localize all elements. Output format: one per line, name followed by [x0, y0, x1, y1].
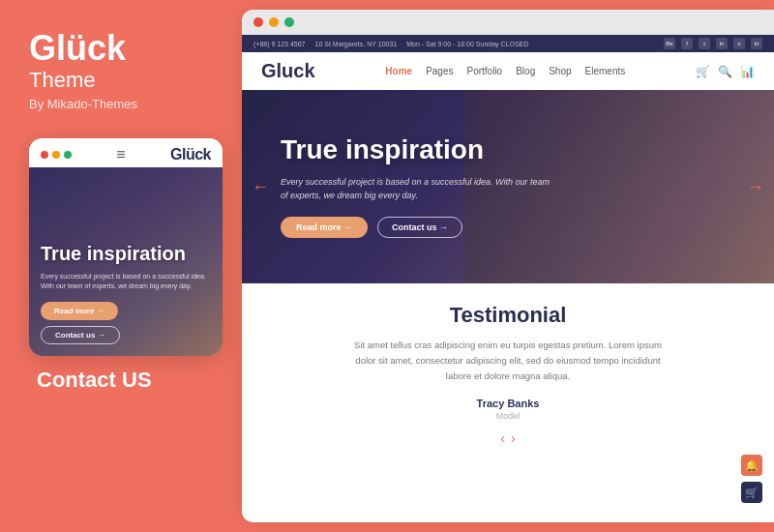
testimonial-arrow-right[interactable]: › [511, 430, 516, 446]
social-icon-twitter[interactable]: t [699, 38, 710, 49]
desktop-hero: ← → True inspiration Every successful pr… [242, 90, 774, 283]
mobile-window-controls [41, 151, 72, 159]
mobile-logo: Glück [170, 146, 211, 163]
testimonial-role: Model [496, 411, 521, 421]
mobile-menu-icon[interactable]: ≡ [116, 146, 125, 163]
desktop-testimonial: Testimonial Sit amet tellus cras adipisc… [242, 283, 774, 522]
nav-link-elements[interactable]: Elements [585, 66, 626, 76]
browser-dot-red[interactable] [253, 17, 263, 27]
browser-chrome [242, 10, 774, 35]
info-bar-left: (+88) 9 123 4567 10 St Margarets, NY 100… [253, 41, 528, 47]
desktop-site: (+88) 9 123 4567 10 St Margarets, NY 100… [242, 35, 774, 522]
bottom-icon-notification[interactable]: 🔔 [741, 455, 762, 476]
nav-link-portfolio[interactable]: Portfolio [466, 66, 502, 76]
social-icon-linkedin[interactable]: in [751, 38, 762, 49]
mobile-dot-red [41, 151, 48, 159]
info-bar-right: Be f t in v in [664, 38, 762, 49]
hero-contact-button[interactable]: Contact us → [377, 217, 462, 238]
desktop-nav: Gluck Home Pages Portfolio Blog Shop Ele… [242, 52, 774, 90]
social-icon-be[interactable]: Be [664, 38, 675, 49]
mobile-hero-title: True inspiration [41, 243, 211, 264]
left-panel: Glück Theme By Mikado-Themes ≡ Glück Tru… [0, 0, 242, 532]
testimonial-title: Testimonial [450, 303, 567, 328]
testimonial-arrow-left[interactable]: ‹ [500, 430, 505, 446]
social-icon-facebook[interactable]: f [681, 38, 693, 49]
bottom-icon-cart[interactable]: 🛒 [741, 482, 762, 503]
testimonial-author: Tracy Banks [477, 398, 540, 409]
mobile-read-more-button[interactable]: Read more → [41, 302, 118, 320]
desktop-nav-links: Home Pages Portfolio Blog Shop Elements [385, 66, 625, 76]
desktop-hero-buttons: Read more → Contact us → [281, 217, 551, 238]
browser-dot-green[interactable] [284, 17, 294, 27]
cart-icon[interactable]: 🛒 [696, 65, 710, 78]
mobile-hero: True inspiration Every successful projec… [29, 167, 223, 356]
phone-info: (+88) 9 123 4567 [253, 41, 306, 47]
mobile-dot-yellow [52, 151, 60, 159]
search-icon[interactable]: 🔍 [718, 65, 732, 78]
desktop-logo: Gluck [261, 60, 315, 82]
address-info: 10 St Margarets, NY 10031 [315, 41, 398, 47]
nav-link-shop[interactable]: Shop [549, 66, 571, 76]
bars-icon[interactable]: 📊 [740, 65, 755, 78]
testimonial-text: Sit amet tellus cras adipiscing enim eu … [353, 338, 663, 384]
hours-info: Mon - Sat 9:00 - 18:00 Sunday CLOSED [406, 41, 528, 47]
mobile-dot-green [64, 151, 72, 159]
right-panel: (+88) 9 123 4567 10 St Margarets, NY 100… [242, 10, 774, 522]
social-icon-vimeo[interactable]: v [733, 38, 745, 49]
nav-link-blog[interactable]: Blog [516, 66, 535, 76]
testimonial-arrows: ‹ › [500, 430, 515, 446]
desktop-bottom-icons: 🔔 🛒 [741, 455, 762, 503]
hero-arrow-left[interactable]: ← [252, 177, 269, 197]
nav-icons: 🛒 🔍 📊 [696, 65, 755, 78]
desktop-hero-title: True inspiration [281, 135, 551, 165]
desktop-hero-text: Every successful project is based on a s… [281, 175, 551, 203]
mobile-mockup: ≡ Glück True inspiration Every successfu… [29, 138, 223, 356]
desktop-hero-content: True inspiration Every successful projec… [281, 135, 551, 238]
hero-read-more-button[interactable]: Read more → [281, 217, 368, 238]
brand-title: Glück [29, 29, 126, 68]
brand-subtitle: Theme [29, 68, 95, 93]
contact-us-label: Contact US [37, 368, 152, 393]
mobile-hero-text: Every successful project is based on a s… [41, 272, 211, 292]
mobile-top-bar: ≡ Glück [29, 138, 223, 167]
mobile-contact-button[interactable]: Contact us → [41, 326, 120, 344]
browser-dot-yellow[interactable] [269, 17, 279, 27]
nav-link-pages[interactable]: Pages [426, 66, 453, 76]
brand-by: By Mikado-Themes [29, 97, 137, 111]
desktop-info-bar: (+88) 9 123 4567 10 St Margarets, NY 100… [242, 35, 774, 52]
social-icon-instagram[interactable]: in [716, 38, 728, 49]
nav-link-home[interactable]: Home [385, 66, 412, 76]
hero-arrow-right[interactable]: → [747, 177, 764, 197]
